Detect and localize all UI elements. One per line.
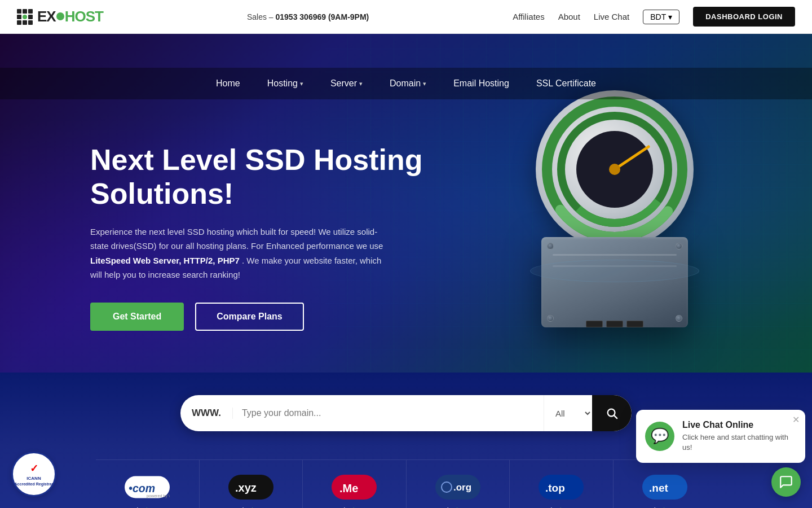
tld-card-top[interactable]: .top Only $12.20 — [510, 460, 614, 508]
chat-float-button[interactable] — [771, 467, 801, 497]
domain-search-bar: WWW. All .com .net .org .xyz .me .top — [180, 395, 632, 431]
nav-email-hosting[interactable]: Email Hosting — [453, 78, 509, 89]
affiliates-link[interactable]: Affiliates — [513, 12, 544, 21]
hero-buttons: Get Started Compare Plans — [90, 303, 447, 331]
dashboard-login-button[interactable]: DASHBOARD LOGIN — [693, 7, 795, 27]
nav-domain[interactable]: Domain ▾ — [390, 78, 426, 89]
tld-logo-org: .org — [435, 474, 480, 501]
screw-bl — [547, 315, 554, 322]
icann-check-icon: ✓ — [30, 462, 38, 475]
tld-logo-net: .net — [642, 474, 687, 501]
hero-title: Next Level SSD Hosting Solutions! — [90, 143, 447, 211]
tld-card-org[interactable]: .org Only $14.63 — [407, 460, 510, 508]
chat-bubble-icon: 💬 — [651, 427, 669, 445]
ssd-port-2 — [606, 321, 623, 327]
screw-br — [676, 315, 682, 322]
hero-content: Next Level SSD Hosting Solutions! Experi… — [0, 76, 447, 331]
compare-plans-button[interactable]: Compare Plans — [195, 303, 303, 331]
nav-server[interactable]: Server ▾ — [330, 78, 363, 89]
nav-home[interactable]: Home — [216, 78, 240, 89]
server-dropdown-icon: ▾ — [359, 80, 363, 87]
logo-grid-icon — [17, 9, 33, 25]
top-bar-right: Affiliates About Live Chat BDT ▾ DASHBOA… — [513, 7, 795, 27]
currency-selector[interactable]: BDT ▾ — [643, 10, 679, 24]
tld-logo-top: .top — [539, 474, 584, 501]
hero-description: Experience the next level SSD hosting wh… — [90, 225, 383, 282]
hosting-dropdown-icon: ▾ — [300, 80, 303, 87]
domain-tld-select[interactable]: All .com .net .org .xyz .me .top — [544, 395, 592, 431]
svg-text:.Me: .Me — [339, 482, 358, 494]
nav-hosting[interactable]: Hosting ▾ — [267, 78, 303, 89]
logo[interactable]: EXHOST — [17, 8, 103, 25]
chat-popup-title: Live Chat Online — [682, 420, 796, 430]
chat-popup-subtitle: Click here and start chatting with us! — [682, 432, 796, 453]
about-link[interactable]: About — [558, 12, 580, 21]
icann-badge: ✓ ICANN Accredited Registrar — [11, 452, 56, 497]
domain-search-button[interactable] — [592, 395, 632, 431]
tld-logo-me: .Me — [332, 474, 377, 501]
main-nav: Home Hosting ▾ Server ▾ Domain ▾ Email H… — [0, 68, 812, 99]
speedometer-svg — [541, 96, 688, 243]
domain-dropdown-icon: ▾ — [423, 80, 426, 87]
tld-card-com[interactable]: •com powered by VERISIGN Only $13.67 — [96, 460, 200, 508]
tld-logo-xyz: .xyz — [228, 474, 273, 501]
svg-text:.org: .org — [453, 482, 471, 493]
svg-text:.xyz: .xyz — [235, 481, 257, 494]
tld-card-xyz[interactable]: .xyz Only $1.99 — [200, 460, 303, 508]
ssd-illustration — [485, 85, 744, 339]
hero-section: Home Hosting ▾ Server ▾ Domain ▾ Email H… — [0, 34, 812, 373]
live-chat-popup[interactable]: 💬 Live Chat Online Click here and start … — [636, 410, 805, 463]
svg-point-7 — [608, 409, 615, 417]
tld-card-me[interactable]: .Me Only $21.95 — [303, 460, 407, 508]
sales-info: Sales – 01953 306969 (9AM-9PM) — [247, 12, 369, 21]
top-bar: EXHOST Sales – 01953 306969 (9AM-9PM) Af… — [0, 0, 812, 34]
svg-point-6 — [609, 164, 620, 175]
nav-ssl-certificate[interactable]: SSL Certificate — [536, 78, 596, 89]
ssd-port-1 — [586, 321, 603, 327]
ssd-ports — [586, 321, 643, 327]
svg-text:.top: .top — [545, 482, 565, 494]
tld-logo-com: •com powered by VERISIGN — [125, 474, 170, 501]
domain-search-input[interactable] — [233, 408, 544, 418]
chat-float-icon — [779, 475, 793, 489]
chat-popup-text: Live Chat Online Click here and start ch… — [682, 420, 796, 453]
svg-text:.net: .net — [649, 482, 668, 494]
svg-text:•com: •com — [129, 482, 155, 494]
chat-popup-icon: 💬 — [645, 422, 674, 451]
chevron-down-icon: ▾ — [668, 12, 672, 21]
screw-tr — [676, 243, 682, 249]
get-started-button[interactable]: Get Started — [90, 303, 184, 331]
livechat-link[interactable]: Live Chat — [594, 12, 629, 21]
ssd-disk-top — [536, 90, 694, 248]
domain-www-label: WWW. — [180, 408, 233, 419]
tld-cards: •com powered by VERISIGN Only $13.67 .xy… — [96, 459, 716, 508]
ssd-port-3 — [626, 321, 643, 327]
logo-text: EXHOST — [37, 8, 103, 25]
tld-card-net[interactable]: .net Only $14.62 — [614, 460, 717, 508]
chat-close-button[interactable]: ✕ — [792, 414, 800, 425]
screw-tl — [547, 243, 554, 249]
svg-line-8 — [615, 416, 617, 419]
svg-text:powered by VERISIGN: powered by VERISIGN — [147, 494, 170, 498]
search-icon — [606, 407, 618, 419]
logo-circle-icon — [56, 12, 64, 20]
